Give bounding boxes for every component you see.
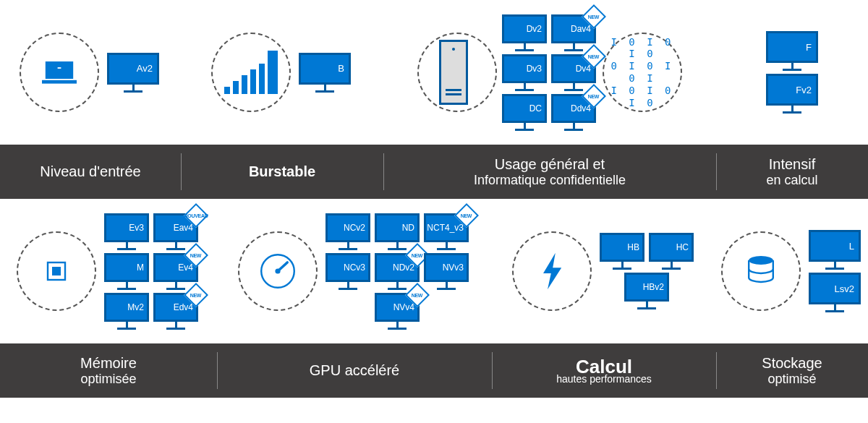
top-icon-row: Av2 B Dv2Dav4NEWDv3Dv4NEWDCDdv4NEW I 0 I… xyxy=(0,0,868,145)
database-cylinder-icon xyxy=(721,231,801,311)
label-compute-l2: en calcul xyxy=(766,173,817,188)
entry-level-cell: Av2 xyxy=(0,0,181,145)
svg-point-25 xyxy=(749,256,773,265)
monitor-dv3: Dv3 xyxy=(502,54,547,91)
svg-line-19 xyxy=(278,262,287,271)
label-burstable: Burstable xyxy=(249,163,315,180)
hpc-cell: HBHCHBv2 xyxy=(492,199,716,343)
monitor-mv2: Mv2 xyxy=(104,293,149,330)
monitor-av2: Av2 xyxy=(107,53,159,93)
label-gpu: GPU accéléré xyxy=(310,362,400,379)
cpu-chip-icon xyxy=(17,231,96,311)
monitor-nd: ND xyxy=(375,213,420,250)
monitor-b: B xyxy=(299,53,351,93)
compute-intensive-cell: FFv2 xyxy=(716,0,868,145)
label-general-l2: Informatique confidentielle xyxy=(474,173,626,188)
gauge-speedometer-icon xyxy=(238,231,318,311)
monitor-fv2: Fv2 xyxy=(766,74,818,114)
svg-rect-4 xyxy=(52,267,61,275)
monitor-hc: HC xyxy=(649,233,694,270)
label-memory-l2: optimisée xyxy=(80,372,136,387)
monitor-nvv4: NVv4NEW xyxy=(375,293,420,330)
label-hpc-l2: hautes performances xyxy=(556,373,652,385)
general-monitor-grid: Dv2Dav4NEWDv3Dv4NEWDCDdv4NEW xyxy=(500,13,598,132)
monitor-l: L xyxy=(809,230,861,270)
monitor-f: F xyxy=(766,31,818,71)
monitor-ev4: Ev4NEW xyxy=(153,253,198,290)
lightning-bolt-icon xyxy=(512,231,592,311)
monitor-dav4: Dav4NEW xyxy=(551,14,596,51)
label-entry-level: Niveau d'entrée xyxy=(40,163,140,180)
monitor-dv4: Dv4NEW xyxy=(551,54,596,91)
monitor-dc: DC xyxy=(502,94,547,131)
monitor-hb: HB xyxy=(600,233,644,270)
memory-optimized-cell: Ev3Eav4NOUVEAUMEv4NEWMv2Edv4NEW xyxy=(0,199,217,343)
monitor-ddv4: Ddv4NEW xyxy=(551,94,596,131)
monitor-m: M xyxy=(104,253,149,290)
binary-code-icon: I 0 I 0 I 0 0 I 0 I 0 I I 0 I 0 I 0 xyxy=(603,33,682,112)
monitor-edv4: Edv4NEW xyxy=(153,293,198,330)
burstable-cell: B xyxy=(181,0,383,145)
monitor-eav4: Eav4NOUVEAU xyxy=(153,213,198,250)
storage-optimized-cell: LLsv2 xyxy=(716,199,868,343)
svg-rect-0 xyxy=(46,61,73,79)
label-compute-l1: Intensif xyxy=(769,156,815,173)
label-general-l1: Usage général et xyxy=(495,156,605,173)
svg-marker-24 xyxy=(543,253,561,289)
general-purpose-cell: Dv2Dav4NEWDv3Dv4NEWDCDdv4NEW I 0 I 0 I 0… xyxy=(383,0,716,145)
monitor-nct4_v3: NCT4_v3NEW xyxy=(424,213,469,250)
label-memory-l1: Mémoire xyxy=(80,355,137,372)
monitor-hbv2: HBv2 xyxy=(624,273,669,309)
monitor-lsv2: Lsv2 xyxy=(809,273,861,312)
label-storage-l1: Stockage xyxy=(762,355,822,372)
bottom-icon-row: Ev3Eav4NOUVEAUMEv4NEWMv2Edv4NEW NCv2NDNC… xyxy=(0,199,868,343)
monitor-dv2: Dv2 xyxy=(502,14,547,51)
monitor-ncv3: NCv3 xyxy=(326,253,370,290)
monitor-ncv2: NCv2 xyxy=(326,213,370,250)
label-storage-l2: optimisé xyxy=(767,372,816,387)
top-label-row: Niveau d'entrée Burstable Usage général … xyxy=(0,145,868,199)
server-tower-icon xyxy=(417,33,497,112)
monitor-nvv3: NVv3 xyxy=(424,253,469,290)
gpu-accelerated-cell: NCv2NDNCT4_v3NEWNCv3NDv2NEWNVv3NVv4NEW xyxy=(217,199,492,343)
svg-rect-1 xyxy=(42,80,77,84)
monitor-ev3: Ev3 xyxy=(104,213,149,250)
bottom-label-row: Mémoire optimisée GPU accéléré Calcul ha… xyxy=(0,343,868,398)
bar-chart-icon xyxy=(211,33,291,112)
monitor-ndv2: NDv2NEW xyxy=(375,253,420,290)
laptop-icon xyxy=(20,33,99,112)
